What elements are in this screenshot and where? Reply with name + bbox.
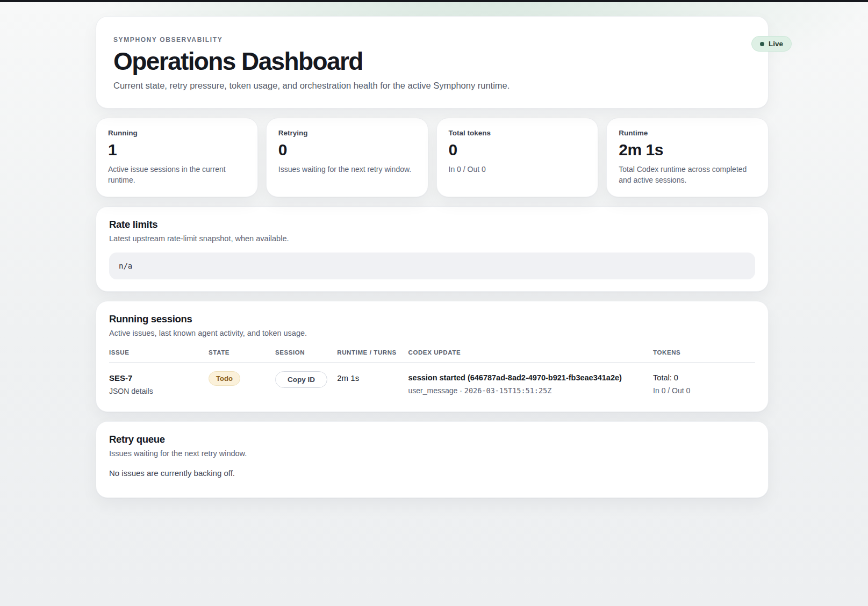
copy-id-button[interactable]: Copy ID xyxy=(275,371,327,388)
column-header-issue: ISSUE xyxy=(109,349,209,363)
json-details-toggle[interactable]: JSON details xyxy=(109,387,204,395)
sessions-table: ISSUE STATE SESSION RUNTIME / TURNS CODE… xyxy=(109,349,755,400)
update-meta: user_message · 2026-03-15T15:51:25Z xyxy=(408,386,649,395)
column-header-codex-update: CODEX UPDATE xyxy=(408,349,654,363)
stat-value: 0 xyxy=(278,141,416,159)
stat-label: Retrying xyxy=(278,129,416,137)
runtime-turns-cell: 2m 1s xyxy=(337,362,408,400)
column-header-tokens: TOKENS xyxy=(653,349,755,363)
state-badge: Todo xyxy=(209,371,240,386)
live-badge-label: Live xyxy=(769,40,783,48)
running-sessions-title: Running sessions xyxy=(109,313,755,325)
live-dot-icon xyxy=(760,42,764,46)
stat-value: 0 xyxy=(449,141,586,159)
stat-card-retrying: Retrying 0 Issues waiting for the next r… xyxy=(266,118,428,197)
stat-card-total-tokens: Total tokens 0 In 0 / Out 0 xyxy=(436,118,599,197)
session-table-row: SES-7 JSON details Todo Copy ID 2m 1s se… xyxy=(109,362,755,400)
codex-update-cell: session started (646787ad-8ad2-4970-b921… xyxy=(408,362,654,400)
stat-label: Running xyxy=(108,129,246,137)
stat-description: In 0 / Out 0 xyxy=(449,164,586,175)
tokens-detail: In 0 / Out 0 xyxy=(653,386,751,395)
stat-value: 2m 1s xyxy=(619,141,756,159)
running-sessions-card: Running sessions Active issues, last kno… xyxy=(96,301,769,412)
tokens-cell: Total: 0 In 0 / Out 0 xyxy=(653,362,755,400)
stat-description: Active issue sessions in the current run… xyxy=(108,164,246,186)
update-event: user_message xyxy=(408,386,458,395)
update-timestamp: 2026-03-15T15:51:25Z xyxy=(464,386,552,395)
rate-limits-card: Rate limits Latest upstream rate-limit s… xyxy=(96,206,769,292)
retry-queue-empty-message: No issues are currently backing off. xyxy=(109,468,755,478)
header-card: SYMPHONY OBSERVABILITY Operations Dashbo… xyxy=(96,16,769,109)
rate-limits-title: Rate limits xyxy=(109,219,755,230)
stat-label: Runtime xyxy=(619,129,756,137)
state-cell: Todo xyxy=(209,362,275,400)
stat-description: Issues waiting for the next retry window… xyxy=(278,164,416,175)
stat-label: Total tokens xyxy=(449,129,586,137)
update-title: session started (646787ad-8ad2-4970-b921… xyxy=(408,371,649,382)
session-cell: Copy ID xyxy=(275,362,337,400)
live-status-badge: Live xyxy=(751,36,792,52)
column-header-runtime-turns: RUNTIME / TURNS xyxy=(337,349,408,363)
retry-queue-title: Retry queue xyxy=(109,434,755,445)
rate-limits-subtitle: Latest upstream rate-limit snapshot, whe… xyxy=(109,234,755,243)
retry-queue-card: Retry queue Issues waiting for the next … xyxy=(96,421,769,498)
update-separator: · xyxy=(460,386,462,395)
dashboard-container: SYMPHONY OBSERVABILITY Operations Dashbo… xyxy=(96,2,769,498)
stat-value: 1 xyxy=(108,141,246,159)
stat-description: Total Codex runtime across completed and… xyxy=(619,164,756,186)
eyebrow-label: SYMPHONY OBSERVABILITY xyxy=(113,36,751,44)
issue-id: SES-7 xyxy=(109,371,204,383)
issue-cell: SES-7 JSON details xyxy=(109,362,209,400)
column-header-state: STATE xyxy=(209,349,275,363)
retry-queue-subtitle: Issues waiting for the next retry window… xyxy=(109,449,755,458)
stat-card-runtime: Runtime 2m 1s Total Codex runtime across… xyxy=(606,118,769,197)
tokens-total: Total: 0 xyxy=(653,371,751,382)
stats-row: Running 1 Active issue sessions in the c… xyxy=(96,118,769,197)
running-sessions-subtitle: Active issues, last known agent activity… xyxy=(109,329,755,337)
rate-limit-snapshot: n/a xyxy=(109,252,755,279)
stat-card-running: Running 1 Active issue sessions in the c… xyxy=(96,118,258,197)
rate-limit-value: n/a xyxy=(119,262,132,270)
page-title: Operations Dashboard xyxy=(113,48,751,74)
page-subtitle: Current state, retry pressure, token usa… xyxy=(113,81,751,91)
column-header-session: SESSION xyxy=(275,349,337,363)
sessions-table-header-row: ISSUE STATE SESSION RUNTIME / TURNS CODE… xyxy=(109,349,755,363)
